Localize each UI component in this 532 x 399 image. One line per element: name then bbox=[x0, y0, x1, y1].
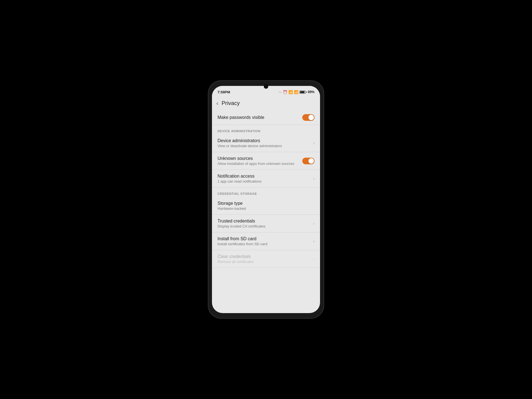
setting-title-unknown-sources: Unknown sources bbox=[218, 156, 302, 161]
toggle-make-passwords[interactable] bbox=[302, 114, 314, 121]
section-header-credential-storage: CREDENTIAL STORAGE bbox=[212, 188, 320, 197]
page-header: ‹ Privacy bbox=[212, 96, 320, 110]
chevron-install-sd: › bbox=[313, 239, 314, 244]
setting-row-trusted-credentials[interactable]: Trusted credentials Display trusted CA c… bbox=[212, 215, 320, 232]
setting-text-unknown-sources: Unknown sources Allow installation of ap… bbox=[218, 156, 302, 166]
setting-row-notification-access[interactable]: Notification access 1 app can read notif… bbox=[212, 170, 320, 188]
setting-title-make-passwords: Make passwords visible bbox=[218, 115, 302, 120]
setting-text-device-admin: Device administrators View or deactivate… bbox=[218, 138, 311, 148]
setting-title-storage-type: Storage type bbox=[218, 201, 314, 206]
battery-percent: 89% bbox=[308, 90, 314, 94]
phone-device: 7:59PM ··· ⏰ 📶 📶 89% ‹ Privacy bbox=[208, 80, 324, 319]
status-time: 7:59PM bbox=[218, 90, 230, 94]
setting-title-clear-credentials: Clear credentials bbox=[218, 254, 311, 259]
setting-subtitle-unknown-sources: Allow installation of apps from unknown … bbox=[218, 162, 302, 166]
chevron-clear-credentials: › bbox=[313, 257, 314, 262]
alarm-icon: ⏰ bbox=[283, 90, 287, 94]
dots-icon: ··· bbox=[278, 90, 282, 94]
wifi-icon: 📶 bbox=[288, 90, 293, 94]
setting-title-device-admin: Device administrators bbox=[218, 138, 311, 143]
page-title: Privacy bbox=[222, 100, 240, 106]
status-icons: ··· ⏰ 📶 📶 89% bbox=[278, 90, 314, 94]
back-button[interactable]: ‹ bbox=[216, 100, 218, 106]
setting-title-trusted-credentials: Trusted credentials bbox=[218, 219, 311, 224]
setting-subtitle-storage-type: Hardware-backed bbox=[218, 206, 314, 211]
phone-notch bbox=[264, 84, 268, 89]
setting-text-notification-access: Notification access 1 app can read notif… bbox=[218, 174, 311, 183]
setting-row-device-administrators[interactable]: Device administrators View or deactivate… bbox=[212, 134, 320, 152]
setting-row-clear-credentials: Clear credentials Remove all certificate… bbox=[212, 250, 320, 268]
toggle-knob-unknown-sources bbox=[308, 158, 314, 164]
setting-text-trusted-credentials: Trusted credentials Display trusted CA c… bbox=[218, 219, 311, 228]
setting-subtitle-device-admin: View or deactivate device administrators bbox=[218, 144, 311, 148]
setting-title-notification-access: Notification access bbox=[218, 174, 311, 179]
setting-text-install-sd: Install from SD card Install certificate… bbox=[218, 236, 311, 246]
settings-content: Make passwords visible DEVICE ADMINISTRA… bbox=[212, 110, 320, 268]
setting-subtitle-install-sd: Install certificates from SD card bbox=[218, 242, 311, 246]
setting-row-unknown-sources[interactable]: Unknown sources Allow installation of ap… bbox=[212, 152, 320, 170]
signal-icon: 📶 bbox=[294, 90, 298, 94]
toggle-knob-make-passwords bbox=[308, 115, 314, 120]
battery-icon bbox=[300, 91, 307, 94]
setting-subtitle-trusted-credentials: Display trusted CA certificates bbox=[218, 224, 311, 228]
setting-row-install-sd[interactable]: Install from SD card Install certificate… bbox=[212, 232, 320, 250]
setting-subtitle-notification-access: 1 app can read notifications bbox=[218, 179, 311, 183]
chevron-notification-access: › bbox=[313, 176, 314, 181]
phone-screen: 7:59PM ··· ⏰ 📶 📶 89% ‹ Privacy bbox=[212, 86, 320, 313]
setting-subtitle-clear-credentials: Remove all certificates bbox=[218, 260, 311, 264]
setting-text-make-passwords: Make passwords visible bbox=[218, 115, 302, 120]
setting-row-make-passwords-visible[interactable]: Make passwords visible bbox=[212, 110, 320, 125]
section-header-device-admin: DEVICE ADMINISTRATION bbox=[212, 125, 320, 134]
setting-text-storage-type: Storage type Hardware-backed bbox=[218, 201, 314, 211]
setting-row-storage-type: Storage type Hardware-backed bbox=[212, 197, 320, 215]
setting-text-clear-credentials: Clear credentials Remove all certificate… bbox=[218, 254, 311, 264]
setting-title-install-sd: Install from SD card bbox=[218, 236, 311, 241]
toggle-unknown-sources[interactable] bbox=[302, 158, 314, 164]
chevron-device-admin: › bbox=[313, 141, 314, 146]
chevron-trusted-credentials: › bbox=[313, 221, 314, 226]
